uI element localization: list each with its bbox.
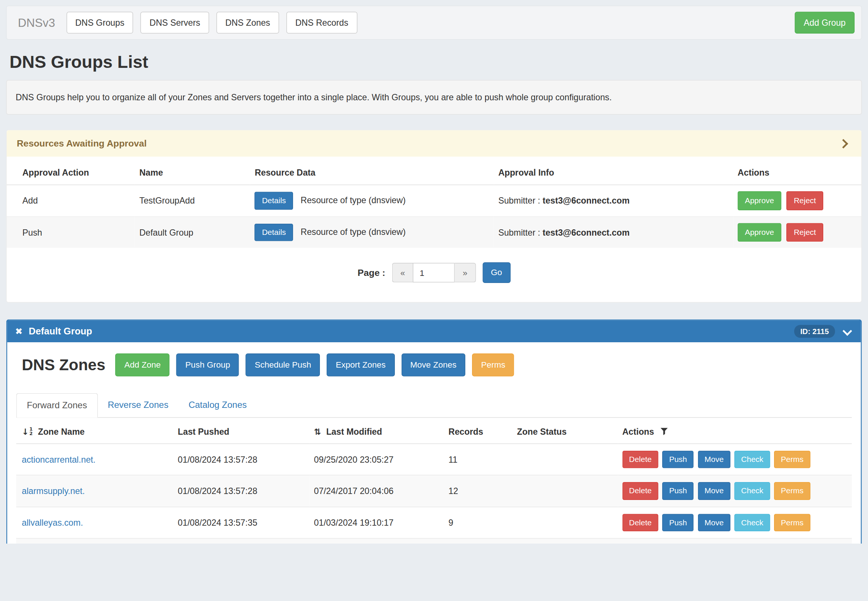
check-zone-button[interactable]: Check [735,514,770,531]
reject-button[interactable]: Reject [786,192,823,210]
zone-actions-cell: Delete Push Move Check Perms [618,444,852,475]
submitter-label: Submitter : [498,227,540,237]
col-approval-info: Approval Info [494,160,733,185]
prev-page-button[interactable]: « [392,263,413,282]
nav-dns-records-button[interactable]: DNS Records [286,12,357,34]
col-last-pushed: Last Pushed [173,418,310,444]
zone-link[interactable]: allvalleyas.com. [22,517,83,527]
check-zone-button[interactable]: Check [735,482,770,500]
approval-info-cell: Submitter : test3@6connect.com [494,217,733,248]
approval-panel-title: Resources Awaiting Approval [17,138,146,149]
group-panel-header: ✖ Default Group ID: 2115 [8,320,861,343]
top-toolbar: DNSv3 DNS Groups DNS Servers DNS Zones D… [6,6,862,40]
perms-zone-button[interactable]: Perms [774,451,810,468]
approval-header-row: Approval Action Name Resource Data Appro… [7,160,861,185]
tab-reverse-zones[interactable]: Reverse Zones [98,393,178,418]
group-id-badge: ID: 2115 [794,325,835,338]
tab-catalog-zones[interactable]: Catalog Zones [178,393,257,418]
chevron-down-icon[interactable] [843,326,852,336]
group-panel-body: DNS Zones Add Zone Push Group Schedule P… [8,342,861,544]
approval-action-cell: Push [7,217,135,248]
group-panel-title: Default Group [29,326,92,337]
zone-tabs: Forward Zones Reverse Zones Catalog Zone… [17,393,852,418]
dns-zones-title: DNS Zones [22,356,105,374]
col-resource-data: Resource Data [250,160,494,185]
nav-dns-zones-button[interactable]: DNS Zones [216,12,279,34]
delete-zone-button[interactable]: Delete [622,451,659,468]
next-zone-row-partial [17,538,852,544]
delete-zone-button[interactable]: Delete [622,482,659,500]
next-page-button[interactable]: » [455,263,476,282]
sort-numeric-icon[interactable]: ↓12 [22,427,33,436]
zone-row: alarmsupply.net. 01/08/2024 13:57:28 07/… [17,475,852,507]
last-pushed-cell: 01/08/2024 13:57:35 [173,507,310,538]
resource-data-cell: Details Resource of type (dnsview) [250,185,494,217]
approval-pagination: Page : « » Go [7,248,861,302]
approve-button[interactable]: Approve [737,192,781,210]
perms-zone-button[interactable]: Perms [774,482,810,500]
records-cell: 12 [444,475,513,507]
col-last-modified-label: Last Modified [326,427,382,436]
approval-actions-cell: Approve Reject [733,217,861,248]
zones-header-row: ↓12 Zone Name Last Pushed ⇅ Last Modifie… [17,418,852,444]
approval-row: Push Default Group Details Resource of t… [7,217,861,248]
approval-name-cell: Default Group [135,217,250,248]
perms-zone-button[interactable]: Perms [774,514,810,531]
zone-status-cell [513,444,618,475]
chevron-right-icon[interactable] [839,139,848,148]
last-pushed-cell: 01/08/2024 13:57:28 [173,475,310,507]
zone-row: actioncarrental.net. 01/08/2024 13:57:28… [17,444,852,475]
col-zone-name: ↓12 Zone Name [17,418,173,444]
page-content: DNSv3 DNS Groups DNS Servers DNS Zones D… [0,0,868,549]
last-modified-cell: 09/25/2020 23:05:27 [310,444,444,475]
export-zones-button[interactable]: Export Zones [327,354,395,376]
approval-panel-header[interactable]: Resources Awaiting Approval [7,131,861,157]
col-last-modified: ⇅ Last Modified [310,418,444,444]
records-cell: 11 [444,444,513,475]
filter-icon[interactable] [661,428,668,435]
push-group-button[interactable]: Push Group [176,354,239,376]
add-group-button[interactable]: Add Group [795,12,854,34]
col-name: Name [135,160,250,185]
add-zone-button[interactable]: Add Zone [116,354,170,376]
page-title: DNS Groups List [10,52,859,72]
resources-awaiting-approval-panel: Resources Awaiting Approval Approval Act… [6,130,862,303]
page-number-input[interactable] [413,263,455,282]
approve-button[interactable]: Approve [737,223,781,242]
resource-data-text: Resource of type (dnsview) [301,227,406,237]
approval-name-cell: TestGroupAdd [135,185,250,217]
col-zone-actions: Actions [618,418,852,444]
col-approval-action: Approval Action [7,160,135,185]
reject-button[interactable]: Reject [786,223,823,242]
nav-dns-groups-button[interactable]: DNS Groups [66,12,133,34]
details-button[interactable]: Details [255,192,293,209]
go-button[interactable]: Go [482,262,510,283]
move-zone-button[interactable]: Move [698,514,730,531]
push-zone-button[interactable]: Push [662,451,694,468]
zone-status-cell [513,475,618,507]
zone-link[interactable]: alarmsupply.net. [22,486,85,496]
zone-name-cell: allvalleyas.com. [17,507,173,538]
approval-info-cell: Submitter : test3@6connect.com [494,185,733,217]
close-icon[interactable]: ✖ [15,326,23,337]
zone-link[interactable]: actioncarrental.net. [22,455,96,464]
delete-zone-button[interactable]: Delete [622,514,659,531]
push-zone-button[interactable]: Push [662,514,694,531]
perms-group-button[interactable]: Perms [472,354,514,376]
check-zone-button[interactable]: Check [735,451,770,468]
move-zone-button[interactable]: Move [698,482,730,500]
zone-name-cell: actioncarrental.net. [17,444,173,475]
nav-dns-servers-button[interactable]: DNS Servers [140,12,209,34]
tab-forward-zones[interactable]: Forward Zones [17,393,98,418]
pager-group: « » [392,263,476,282]
move-zone-button[interactable]: Move [698,451,730,468]
col-actions: Actions [733,160,861,185]
sort-icon[interactable]: ⇅ [314,427,321,436]
submitter-email: test3@6connect.com [543,227,629,237]
schedule-push-button[interactable]: Schedule Push [246,354,320,376]
details-button[interactable]: Details [255,224,293,241]
app-title: DNSv3 [18,16,55,29]
move-zones-button[interactable]: Move Zones [401,354,465,376]
submitter-email: test3@6connect.com [543,196,629,206]
push-zone-button[interactable]: Push [662,482,694,500]
